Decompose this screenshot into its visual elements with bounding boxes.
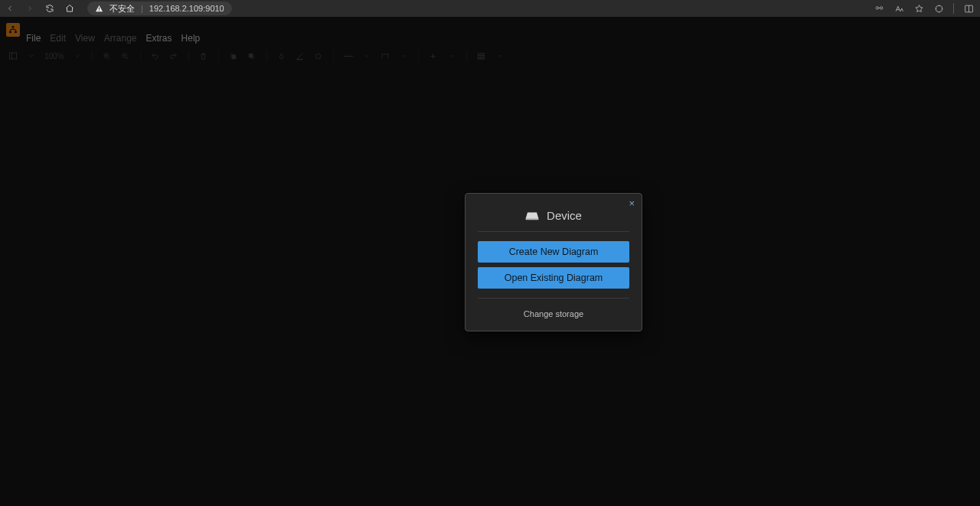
home-button[interactable] (64, 3, 75, 14)
url-text: 192.168.2.109:9010 (149, 4, 224, 13)
reload-button[interactable] (44, 3, 55, 14)
svg-rect-1 (99, 9, 100, 10)
svg-rect-0 (99, 7, 100, 9)
change-storage-link[interactable]: Change storage (478, 305, 629, 320)
open-existing-diagram-button[interactable]: Open Existing Diagram (478, 267, 629, 289)
device-icon (525, 211, 539, 220)
not-secure-icon (95, 5, 103, 13)
forward-button (24, 3, 35, 14)
split-screen-icon[interactable] (963, 3, 974, 14)
dialog-title: Device (547, 209, 582, 222)
create-new-diagram-button[interactable]: Create New Diagram (478, 241, 629, 263)
svg-rect-18 (526, 218, 539, 220)
back-button (5, 3, 15, 14)
storage-dialog: × Device Create New Diagram Open Existin… (465, 193, 642, 331)
svg-point-2 (876, 6, 878, 8)
browser-top-bar: 不安全 | 192.168.2.109:9010 (0, 0, 980, 17)
close-icon[interactable]: × (629, 198, 635, 208)
favorite-icon[interactable] (913, 3, 924, 14)
translate-icon[interactable] (874, 3, 884, 14)
svg-point-3 (880, 6, 882, 8)
security-label: 不安全 (109, 3, 135, 15)
text-size-icon[interactable] (893, 3, 904, 14)
extensions-icon[interactable] (933, 3, 944, 14)
address-bar[interactable]: 不安全 | 192.168.2.109:9010 (87, 2, 232, 15)
app-area: File Edit View Arrange Extras Help 100% (0, 17, 980, 506)
